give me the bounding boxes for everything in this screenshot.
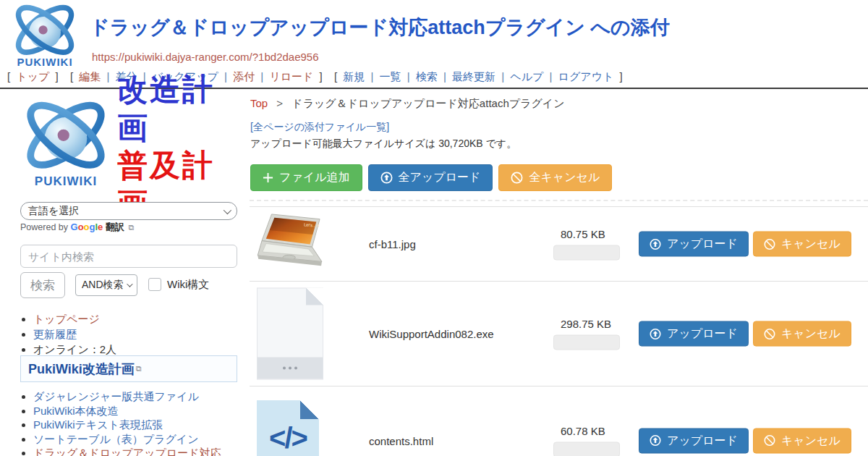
file-row: WikiSupportAddin082.exe 298.75 KB アップロード… bbox=[250, 281, 868, 386]
cancel-all-button[interactable]: 全キャンセル bbox=[498, 164, 612, 191]
file-row: </> contents.html 60.78 KB アップロード キャンセル bbox=[250, 386, 868, 456]
and-or-select[interactable]: AND検索 bbox=[75, 274, 137, 296]
upload-circle-icon bbox=[650, 238, 661, 250]
nav-reload[interactable]: リロード bbox=[269, 70, 313, 83]
atom-logo-icon bbox=[7, 3, 82, 59]
nav-edit[interactable]: 編集 bbox=[79, 70, 101, 83]
language-select[interactable]: 言語を選択 bbox=[20, 202, 237, 220]
upload-progress-bar bbox=[553, 335, 620, 350]
plus-icon bbox=[263, 172, 273, 183]
sidebar-link-history[interactable]: 更新履歴 bbox=[33, 328, 77, 340]
file-name: WikiSupportAddin082.exe bbox=[369, 328, 494, 340]
nav-logout[interactable]: ログアウト bbox=[558, 70, 614, 83]
logo-wordmark: PUKIWIKI bbox=[7, 56, 82, 68]
external-link-icon: ⧉ bbox=[128, 223, 134, 232]
banner-kaizo-text: 改造計画 bbox=[117, 71, 244, 147]
file-name: contents.html bbox=[369, 434, 433, 447]
nav-top[interactable]: トップ bbox=[16, 70, 49, 83]
upload-file-list: Let's…B cf-b11.jpg 80.75 KB アップロード bbox=[250, 200, 868, 456]
site-logo[interactable]: PUKIWIKI bbox=[7, 3, 82, 72]
google-logo: Google bbox=[71, 221, 106, 232]
cancel-button[interactable]: キャンセル bbox=[753, 232, 851, 257]
upload-progress-bar bbox=[553, 245, 620, 261]
sidebar-banner[interactable]: PUKIWIKI 改造計画 普及計画 bbox=[16, 98, 244, 195]
nav-recent[interactable]: 最終更新 bbox=[452, 70, 495, 83]
laptop-photo-thumbnail: Let's…B bbox=[257, 213, 327, 275]
ban-icon bbox=[764, 328, 775, 339]
ban-icon bbox=[764, 238, 775, 250]
max-upload-size-text: アップロード可能最大ファイルサイズは 30,720KB です。 bbox=[250, 138, 516, 151]
sidebar-link-dragdrop-attach[interactable]: ドラッグ＆ドロップアップロード対応attachプラグイン bbox=[33, 447, 221, 456]
html-file-icon: </> bbox=[257, 400, 319, 456]
sidebar-section-heading: PukiWiki改造計画 ⧉ bbox=[20, 355, 237, 382]
pukiwiki-kaizo-link[interactable]: PukiWiki改造計画 bbox=[28, 360, 135, 378]
chevron-down-icon bbox=[127, 281, 132, 287]
sidebar-link-text-ext[interactable]: PukiWikiテキスト表現拡張 bbox=[33, 418, 163, 431]
external-link-icon: ⧉ bbox=[136, 364, 142, 373]
upload-button[interactable]: アップロード bbox=[639, 428, 749, 453]
banner-atom-icon bbox=[16, 99, 116, 174]
wiki-syntax-checkbox[interactable] bbox=[148, 278, 161, 291]
top-navigation: [ トップ ] [ 編集 | 差分 | バックアップ | 添付 | リロード ]… bbox=[6, 70, 624, 84]
breadcrumb-top-link[interactable]: Top bbox=[250, 97, 268, 109]
nav-list[interactable]: 一覧 bbox=[380, 70, 401, 83]
banner-logo-wordmark: PUKIWIKI bbox=[16, 174, 116, 189]
upload-button[interactable]: アップロード bbox=[639, 321, 749, 347]
chevron-down-icon bbox=[224, 206, 231, 214]
breadcrumb: Top > ドラッグ＆ドロップアップロード対応attachプラグイン bbox=[250, 97, 565, 111]
search-button[interactable]: 検索 bbox=[20, 272, 65, 298]
page-title: ドラッグ＆ドロップアップロード対応attachプラグイン への添付 bbox=[90, 14, 670, 41]
sidebar-link-sort-table[interactable]: ソートテーブル（表）プラグイン bbox=[33, 433, 199, 445]
upload-button[interactable]: アップロード bbox=[639, 232, 749, 257]
breadcrumb-current: ドラッグ＆ドロップアップロード対応attachプラグイン bbox=[292, 97, 564, 109]
code-glyph: </> bbox=[257, 422, 319, 455]
page-fold bbox=[306, 288, 323, 305]
upload-all-button[interactable]: 全アップロード bbox=[368, 164, 493, 191]
sidebar-bottom-links: ダジャレンジャー版共通ファイル PukiWiki本体改造 PukiWikiテキス… bbox=[33, 389, 239, 456]
nav-search[interactable]: 検索 bbox=[416, 70, 438, 83]
cancel-button[interactable]: キャンセル bbox=[753, 428, 851, 453]
upload-circle-icon bbox=[380, 172, 393, 184]
all-attachments-link[interactable]: [全ページの添付ファイル一覧] bbox=[250, 121, 389, 134]
file-size: 80.75 KB bbox=[561, 228, 633, 240]
sidebar-link-toppage[interactable]: トップページ bbox=[33, 313, 100, 325]
pukiwiki-attach-page: PUKIWIKI ドラッグ＆ドロップアップロード対応attachプラグイン への… bbox=[0, 0, 868, 456]
upload-action-bar: ファイル追加 全アップロード 全キャンセル bbox=[250, 164, 612, 191]
file-size: 298.75 KB bbox=[561, 318, 633, 330]
ban-icon bbox=[511, 172, 523, 184]
wiki-syntax-label: Wiki構文 bbox=[167, 278, 209, 292]
page-fold bbox=[300, 400, 319, 419]
site-search-input[interactable] bbox=[20, 245, 237, 268]
file-name: cf-b11.jpg bbox=[369, 238, 416, 250]
sidebar-online-count: オンライン：2人 bbox=[33, 343, 116, 355]
sidebar-top-links: トップページ 更新履歴 オンライン：2人 bbox=[33, 311, 116, 357]
page-url-link[interactable]: https://pukiwiki.dajya-ranger.com/?1bd2d… bbox=[92, 51, 319, 63]
file-size: 60.78 KB bbox=[561, 424, 633, 436]
generic-file-icon bbox=[257, 288, 323, 380]
file-row: Let's…B cf-b11.jpg 80.75 KB アップロード bbox=[250, 206, 868, 281]
nav-help[interactable]: ヘルプ bbox=[510, 70, 543, 83]
upload-circle-icon bbox=[650, 435, 661, 447]
cancel-button[interactable]: キャンセル bbox=[753, 321, 851, 347]
google-translate-attribution: Powered by Google 翻訳 ⧉ bbox=[20, 221, 134, 234]
nav-new[interactable]: 新規 bbox=[343, 70, 365, 83]
ellipsis-dots bbox=[283, 367, 286, 370]
add-file-button[interactable]: ファイル追加 bbox=[250, 164, 362, 191]
sidebar-link-core-mod[interactable]: PukiWiki本体改造 bbox=[33, 405, 119, 417]
ban-icon bbox=[764, 435, 775, 447]
sidebar-link-common-files[interactable]: ダジャレンジャー版共通ファイル bbox=[33, 390, 199, 402]
upload-progress-bar bbox=[553, 442, 620, 456]
upload-circle-icon bbox=[650, 328, 661, 339]
